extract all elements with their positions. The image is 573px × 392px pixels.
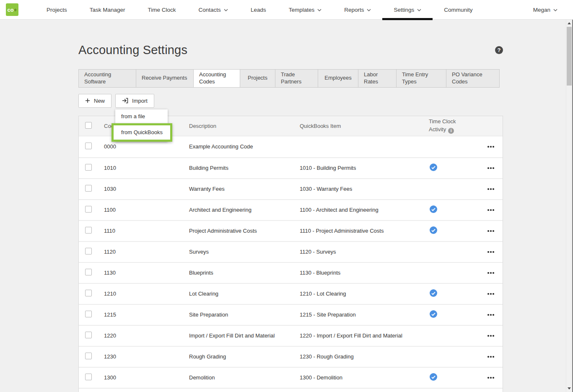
row-description: Example Accounting Code	[189, 143, 300, 150]
row-checkbox[interactable]	[85, 290, 92, 296]
row-description: Site Preparation	[189, 312, 300, 318]
app-logo[interactable]: co+	[6, 3, 18, 16]
row-code: 1120	[104, 249, 189, 255]
new-button[interactable]: New	[78, 94, 111, 108]
nav-user-menu[interactable]: Megan	[522, 7, 569, 13]
more-actions-icon[interactable]	[487, 374, 495, 381]
more-actions-icon[interactable]	[487, 332, 495, 339]
chevron-down-icon	[367, 9, 371, 11]
more-actions-icon[interactable]	[487, 186, 495, 192]
tab-employees[interactable]: Employees	[318, 69, 358, 88]
tab-po-variance-codes[interactable]: PO Variance Codes	[446, 69, 500, 88]
nav-item-time-clock[interactable]: Time Clock	[137, 0, 187, 20]
tab-time-entry-types[interactable]: Time Entry Types	[396, 69, 446, 88]
row-checkbox[interactable]	[85, 143, 92, 149]
nav-item-contacts[interactable]: Contacts	[187, 0, 239, 20]
scrollbar-thumb[interactable]	[567, 27, 572, 86]
scrollbar-up-arrow[interactable]	[566, 20, 572, 27]
nav-item-settings[interactable]: Settings	[382, 0, 433, 20]
tab-labor-rates[interactable]: Labor Rates	[358, 69, 397, 88]
chevron-down-icon	[224, 9, 228, 11]
row-checkbox[interactable]	[85, 374, 92, 380]
user-name: Megan	[533, 7, 550, 13]
scrollbar-down-arrow[interactable]	[566, 385, 572, 392]
row-quickbooks-item: 1010 - Building Permits	[300, 165, 429, 171]
row-description: Import / Export Fill Dirt and Material	[189, 332, 300, 339]
row-description: Demolition	[189, 374, 300, 381]
nav-items: Projects Task Manager Time Clock Contact…	[35, 0, 522, 20]
row-code: 1215	[104, 312, 189, 318]
row-checkbox[interactable]	[85, 248, 92, 254]
row-code: 1210	[104, 291, 189, 297]
tab-accounting-software[interactable]: Accounting Software	[78, 69, 136, 88]
row-code: 1130	[104, 270, 189, 276]
time-clock-activity-check-icon	[430, 289, 437, 297]
import-menu-item-from-quickbooks[interactable]: from QuickBooks	[111, 123, 172, 142]
table-row-1220: 1220 Import / Export Fill Dirt and Mater…	[79, 325, 503, 346]
more-actions-icon[interactable]	[487, 207, 495, 213]
accounting-codes-table: Code Description QuickBooks Item Time Cl…	[78, 116, 503, 392]
import-button[interactable]: Import	[115, 94, 154, 108]
time-clock-activity-check-icon	[430, 226, 437, 234]
row-checkbox[interactable]	[85, 227, 92, 234]
row-description: Rough Grading	[189, 353, 300, 360]
tab-accounting-codes[interactable]: Accounting Codes	[193, 69, 240, 88]
select-all-checkbox[interactable]	[85, 122, 92, 129]
plus-icon	[85, 98, 90, 103]
row-quickbooks-item: 1120 - Surveys	[300, 249, 429, 255]
row-description: Project Administrative Costs	[189, 228, 300, 234]
row-quickbooks-item: 1110 - Project Administrative Costs	[300, 228, 429, 234]
more-actions-icon[interactable]	[487, 143, 495, 150]
chevron-down-icon	[317, 9, 322, 11]
row-quickbooks-item: 1215 - Site Preparation	[300, 312, 429, 318]
vertical-scrollbar[interactable]	[566, 20, 573, 392]
table-row-1130: 1130 Blueprints 1130 - Blueprints	[79, 262, 503, 283]
more-actions-icon[interactable]	[487, 249, 495, 255]
tab-receive-payments[interactable]: Receive Payments	[136, 69, 194, 88]
more-actions-icon[interactable]	[487, 165, 495, 171]
table-row-1030: 1030 Warranty Fees 1030 - Warranty Fees	[79, 178, 503, 199]
row-checkbox[interactable]	[85, 353, 92, 359]
row-checkbox[interactable]	[85, 206, 92, 213]
header-time-clock-activity: Time Clock Activity	[429, 118, 471, 134]
row-code: 1230	[104, 353, 189, 360]
nav-item-projects[interactable]: Projects	[35, 0, 78, 20]
row-quickbooks-item: 1300 - Demolition	[300, 374, 429, 381]
row-quickbooks-item: 1220 - Import / Export Fill Dirt and Mat…	[300, 332, 429, 339]
table-row-1010: 1010 Building Permits 1010 - Building Pe…	[79, 157, 503, 178]
more-actions-icon[interactable]	[487, 228, 495, 234]
settings-tabs: Accounting Software Receive Payments Acc…	[78, 69, 503, 88]
row-code: 1030	[104, 186, 189, 192]
tab-trade-partners[interactable]: Trade Partners	[275, 69, 318, 88]
nav-item-task-manager[interactable]: Task Manager	[78, 0, 137, 20]
row-checkbox[interactable]	[85, 332, 92, 338]
toolbar: New Import from a file from QuickBooks	[78, 94, 503, 108]
more-actions-icon[interactable]	[487, 353, 495, 360]
row-checkbox[interactable]	[85, 185, 92, 192]
nav-item-community[interactable]: Community	[433, 0, 484, 20]
import-menu-item-from-a-file[interactable]: from a file	[115, 109, 168, 123]
row-quickbooks-item: 1100 - Architect and Engineering	[300, 207, 429, 213]
row-description: Warranty Fees	[189, 186, 300, 192]
tab-projects[interactable]: Projects	[240, 69, 275, 88]
more-actions-icon[interactable]	[487, 312, 495, 318]
nav-item-templates[interactable]: Templates	[277, 0, 333, 20]
row-quickbooks-item: 1210 - Lot Clearing	[300, 291, 429, 297]
table-body: 0000 Example Accounting Code 1010 Buildi…	[79, 136, 503, 388]
row-code: 0000	[104, 143, 189, 150]
help-icon[interactable]	[495, 46, 503, 54]
page-title: Accounting Settings	[78, 43, 187, 57]
row-quickbooks-item: 1130 - Blueprints	[300, 270, 429, 276]
row-code: 1010	[104, 165, 189, 171]
table-row-partial	[79, 388, 503, 392]
info-icon[interactable]	[448, 128, 454, 134]
nav-item-reports[interactable]: Reports	[333, 0, 382, 20]
row-quickbooks-item: 1230 - Rough Grading	[300, 353, 429, 360]
row-checkbox[interactable]	[85, 164, 92, 171]
more-actions-icon[interactable]	[487, 270, 495, 276]
row-checkbox[interactable]	[85, 269, 92, 275]
header-quickbooks-item: QuickBooks Item	[300, 123, 429, 129]
more-actions-icon[interactable]	[487, 291, 495, 297]
nav-item-leads[interactable]: Leads	[239, 0, 277, 20]
row-checkbox[interactable]	[85, 311, 92, 317]
